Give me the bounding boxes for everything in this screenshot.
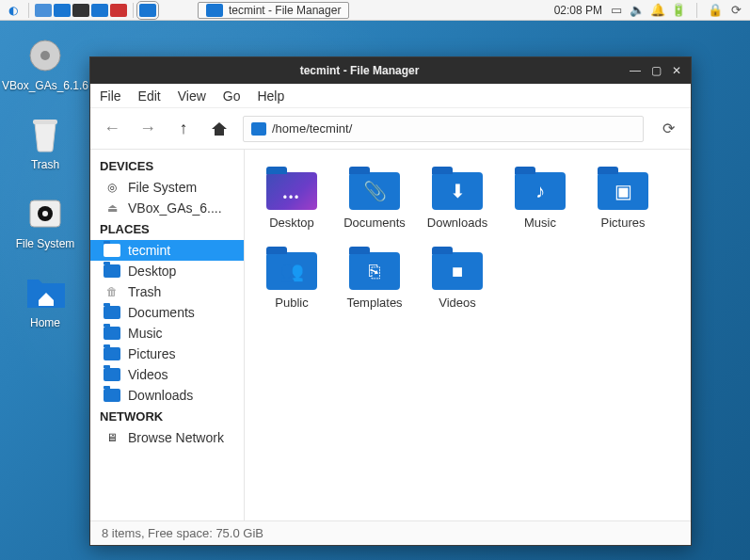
sidebar-item-label: Browse Network <box>128 430 224 445</box>
tray-bell-icon[interactable]: 🔔 <box>651 4 664 17</box>
file-label: Desktop <box>269 216 314 230</box>
minimize-button[interactable]: — <box>627 62 644 79</box>
desktop-icon-label: File System <box>16 237 75 250</box>
sidebar-item-trash[interactable]: 🗑 Trash <box>90 281 244 302</box>
file-label: Public <box>275 296 308 310</box>
titlebar[interactable]: tecmint - File Manager — ▢ ✕ <box>90 57 691 84</box>
desktop-icon-vbox[interactable]: VBox_GAs_6.1.6 <box>11 36 79 92</box>
sidebar-item-pictures[interactable]: Pictures <box>90 344 244 364</box>
sidebar-item-vbox[interactable]: ⏏ VBox_GAs_6.... <box>90 198 244 218</box>
trash-icon: 🗑 <box>104 284 120 299</box>
folder-icon: ▣ <box>598 168 648 210</box>
file-label: Videos <box>439 296 476 310</box>
folder-icon: ⎘ <box>349 248 400 290</box>
folder-desktop[interactable]: ••• Desktop <box>252 165 331 233</box>
taskbar-app-2[interactable] <box>54 4 71 17</box>
sidebar: DEVICES ◎ File System ⏏ VBox_GAs_6.... P… <box>90 150 245 520</box>
disk-icon <box>25 194 65 233</box>
file-label: Downloads <box>427 216 487 230</box>
sidebar-item-tecmint[interactable]: tecmint <box>90 240 244 261</box>
top-panel: ◐ tecmint - File Manager 02:08 PM ▭ 🔈 🔔 … <box>0 0 750 21</box>
maximize-button[interactable]: ▢ <box>647 62 664 79</box>
folder-templates[interactable]: ⎘ Templates <box>335 245 414 313</box>
sidebar-item-downloads[interactable]: Downloads <box>90 385 244 406</box>
taskbar-app-5[interactable] <box>110 4 127 17</box>
desktop-icon-label: VBox_GAs_6.1.6 <box>2 79 88 92</box>
folder-icon <box>104 305 120 320</box>
menu-go[interactable]: Go <box>223 88 241 104</box>
folder-icon: 👥 <box>266 248 317 290</box>
file-label: Templates <box>346 296 402 310</box>
folder-icon: ■ <box>432 248 483 290</box>
sidebar-item-label: Downloads <box>128 388 193 403</box>
up-button[interactable]: ↑ <box>171 117 196 141</box>
folder-icon <box>104 326 120 341</box>
status-text: 8 items, Free space: 75.0 GiB <box>102 526 263 540</box>
sidebar-item-desktop[interactable]: Desktop <box>90 261 244 281</box>
sidebar-item-music[interactable]: Music <box>90 323 244 344</box>
folder-icon <box>104 243 120 258</box>
svg-rect-2 <box>33 120 57 124</box>
tray-volume-icon[interactable]: 🔈 <box>630 4 644 17</box>
folder-music[interactable]: ♪ Music <box>501 165 580 233</box>
desktop-icon-home[interactable]: Home <box>11 273 79 329</box>
tray-power-icon[interactable]: ⟳ <box>729 4 742 17</box>
folder-icon <box>251 122 266 136</box>
tray-battery-icon[interactable]: 🔋 <box>672 4 685 17</box>
folder-icon <box>104 346 120 361</box>
close-button[interactable]: ✕ <box>668 62 685 79</box>
desktop-icon-label: Home <box>30 316 60 329</box>
sidebar-item-documents[interactable]: Documents <box>90 302 244 323</box>
disc-icon <box>25 36 65 75</box>
path-bar[interactable]: /home/tecmint/ <box>243 116 644 142</box>
folder-public[interactable]: 👥 Public <box>252 245 331 313</box>
taskbar-app-1[interactable] <box>35 4 52 17</box>
statusbar: 8 items, Free space: 75.0 GiB <box>90 520 691 545</box>
folder-pictures[interactable]: ▣ Pictures <box>583 165 662 233</box>
sidebar-item-network[interactable]: 🖥 Browse Network <box>90 427 244 448</box>
sidebar-item-filesystem[interactable]: ◎ File System <box>90 177 244 198</box>
window-title: tecmint - File Manager <box>96 64 623 77</box>
taskbar-running-1[interactable] <box>139 4 156 17</box>
menu-help[interactable]: Help <box>257 88 284 104</box>
taskbar-item-filemanager[interactable]: tecmint - File Manager <box>198 2 349 19</box>
sidebar-item-label: Videos <box>128 367 168 382</box>
menu-icon[interactable]: ◐ <box>4 3 23 18</box>
forward-button[interactable]: → <box>136 117 160 141</box>
path-text: /home/tecmint/ <box>272 121 352 136</box>
menu-file[interactable]: File <box>100 88 121 104</box>
desktop-icon-trash[interactable]: Trash <box>11 115 79 171</box>
sidebar-item-label: Trash <box>128 284 161 299</box>
folder-icon: ♪ <box>515 168 566 210</box>
file-label: Documents <box>343 216 406 230</box>
desktop-icon-filesystem[interactable]: File System <box>11 194 79 250</box>
reload-button[interactable]: ⟳ <box>655 116 681 142</box>
back-button[interactable]: ← <box>100 117 124 141</box>
menu-edit[interactable]: Edit <box>138 88 161 104</box>
taskbar-app-3[interactable] <box>72 4 89 17</box>
trash-icon <box>25 115 65 154</box>
folder-icon: 📎 <box>349 168 400 210</box>
folder-icon <box>104 388 120 403</box>
sidebar-item-videos[interactable]: Videos <box>90 364 244 385</box>
folder-videos[interactable]: ■ Videos <box>418 245 497 313</box>
folder-downloads[interactable]: ⬇ Downloads <box>418 165 497 233</box>
sidebar-heading-places: PLACES <box>90 218 244 240</box>
folder-documents[interactable]: 📎 Documents <box>335 165 414 233</box>
sidebar-item-label: VBox_GAs_6.... <box>128 200 222 216</box>
desktop-icon-label: Trash <box>31 158 59 171</box>
sidebar-heading-network: NETWORK <box>90 406 244 427</box>
clock[interactable]: 02:08 PM <box>554 4 602 17</box>
home-button[interactable] <box>207 117 231 141</box>
tray-lock-icon[interactable]: 🔒 <box>709 4 722 17</box>
taskbar-app-4[interactable] <box>91 4 108 17</box>
menu-view[interactable]: View <box>178 88 206 104</box>
folder-icon <box>206 4 223 17</box>
sidebar-heading-devices: DEVICES <box>90 155 244 177</box>
home-folder-icon <box>25 273 65 312</box>
svg-point-5 <box>42 211 48 216</box>
main-view[interactable]: ••• Desktop 📎 Documents ⬇ Downloads ♪ Mu… <box>245 150 691 520</box>
sidebar-item-label: tecmint <box>128 243 170 258</box>
folder-icon <box>104 367 120 382</box>
tray-display-icon[interactable]: ▭ <box>610 4 623 17</box>
